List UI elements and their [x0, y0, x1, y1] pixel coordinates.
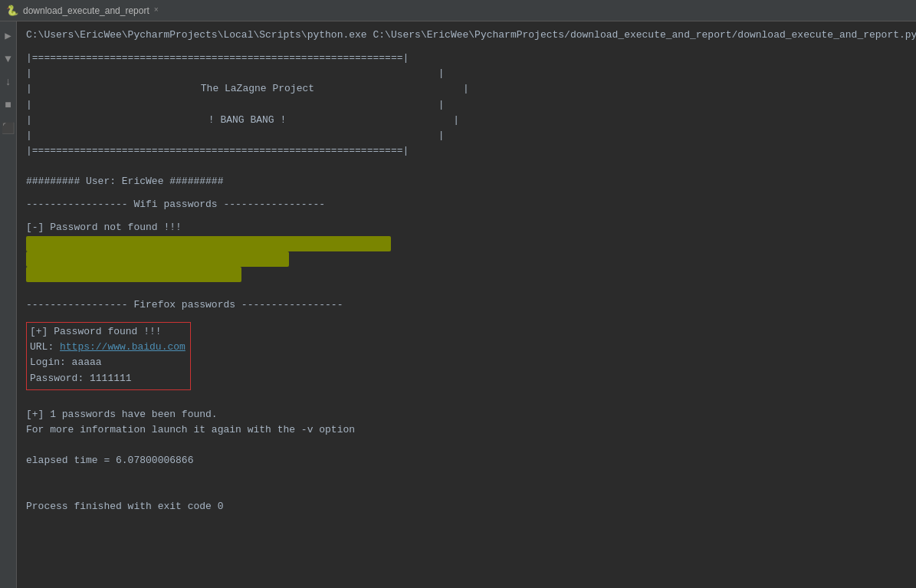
banner-title-line: |The LaZagne Project|: [26, 81, 907, 97]
banner-side-3: ||: [26, 97, 907, 113]
banner-top: |=======================================…: [26, 51, 907, 66]
login-line: Login: aaaaa: [30, 355, 185, 370]
wifi-header: ----------------- Wifi passwords -------…: [26, 197, 907, 212]
title-bar: 🐍 download_execute_and_report ×: [0, 0, 916, 21]
url-link[interactable]: https://www.baidu.com: [60, 341, 185, 353]
found-label: [+] Password found !!!: [30, 324, 185, 340]
user-line: ######### User: EricWee #########: [26, 174, 907, 189]
blurred-data-2: [26, 251, 907, 267]
sidebar: ▶ ▼ ↓ ■ ⬛: [0, 21, 17, 588]
sidebar-icon-down[interactable]: ▼: [5, 53, 11, 65]
firefox-header: ----------------- Firefox passwords ----…: [26, 297, 907, 313]
password-line: Password: 1111111: [30, 371, 185, 386]
banner-bottom: |=======================================…: [26, 143, 907, 159]
blurred-data-3: [26, 267, 907, 282]
password-found-box: [+] Password found !!! URL: https://www.…: [26, 322, 191, 390]
sidebar-icon-run[interactable]: ▶: [5, 29, 11, 42]
main-layout: ▶ ▼ ↓ ■ ⬛ C:\Users\EricWee\PycharmProjec…: [0, 21, 916, 588]
wifi-not-found: [-] Password not found !!!: [26, 220, 907, 235]
url-line: URL: https://www.baidu.com: [30, 340, 185, 355]
elapsed-time: elapsed time = 6.07800006866: [26, 453, 907, 468]
terminal-output: C:\Users\EricWee\PycharmProjects\Local\S…: [17, 21, 916, 588]
summary-2: For more information launch it again wit…: [26, 422, 907, 438]
banner-side-1: ||: [26, 66, 907, 81]
close-button[interactable]: ×: [154, 6, 159, 15]
sidebar-icon-arrow[interactable]: ↓: [5, 76, 11, 88]
exit-code: Process finished with exit code 0: [26, 499, 907, 514]
summary-1: [+] 1 passwords have been found.: [26, 407, 907, 422]
command-line: C:\Users\EricWee\PycharmProjects\Local\S…: [26, 28, 907, 43]
banner-bang-line: |! BANG BANG !|: [26, 113, 907, 128]
sidebar-icon-stop[interactable]: ■: [5, 99, 11, 111]
sidebar-icon-block[interactable]: ⬛: [2, 122, 15, 135]
blurred-data-1: [26, 236, 907, 251]
title-text: download_execute_and_report: [23, 5, 149, 16]
app-icon: 🐍: [6, 5, 18, 17]
banner-side-5: ||: [26, 128, 907, 143]
